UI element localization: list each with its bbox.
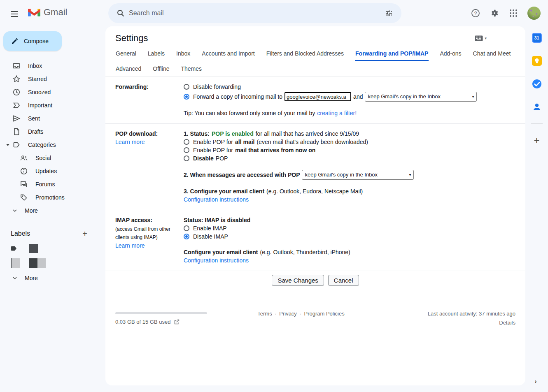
pop-download-label: POP download: (115, 130, 184, 138)
forward-copy-radio[interactable] (184, 94, 189, 100)
search-options-icon[interactable] (381, 5, 397, 21)
input-tools-toggle[interactable]: ▾ (475, 35, 515, 41)
sidebar-item-snoozed[interactable]: Snoozed (0, 86, 105, 99)
keep-icon[interactable] (529, 53, 544, 68)
separator: · (298, 311, 303, 317)
pop-learn-more-link[interactable]: Learn more (115, 139, 145, 145)
forwarding-tip-text: Tip: You can also forward only some of y… (184, 109, 315, 117)
google-apps-icon[interactable] (508, 8, 518, 18)
enable-pop-all-mail-radio[interactable] (184, 139, 189, 145)
inbox-icon (12, 62, 21, 70)
terms-link[interactable]: Terms (257, 311, 272, 317)
labels-more-label: More (25, 275, 38, 281)
sidebar-item-label: Drafts (28, 128, 43, 135)
sidebar-item-starred[interactable]: Starred (0, 72, 105, 86)
tab-forwarding-and-pop-imap[interactable]: Forwarding and POP/IMAP (355, 46, 429, 61)
sidebar-item-inbox[interactable]: Inbox (0, 59, 105, 72)
enable-pop-now-label: Enable POP for (193, 146, 233, 154)
disable-pop-radio[interactable] (184, 155, 189, 161)
imap-access-label: IMAP access: (115, 216, 184, 224)
sidebar-item-important[interactable]: Important (0, 99, 105, 112)
enable-pop-all-bold: all mail (235, 138, 254, 146)
labels-more[interactable]: More (0, 271, 105, 285)
storage-progress-bar (115, 312, 207, 314)
tab-labels[interactable]: Labels (147, 46, 165, 61)
select-caret-icon: ▾ (472, 93, 474, 101)
sidebar-item-sent[interactable]: Sent (0, 112, 105, 125)
imap-status: Status: IMAP is disabled (184, 216, 250, 224)
sidebar-item-more[interactable]: More (0, 204, 105, 217)
forum-icon (20, 180, 28, 188)
search-icon[interactable] (112, 5, 129, 21)
storage-usage-text[interactable]: 0.03 GB of 15 GB used (115, 319, 170, 325)
tab-accounts-and-import[interactable]: Accounts and Import (201, 46, 255, 61)
sidebar-item-forums[interactable]: Forums (0, 178, 105, 191)
pop-configure-bold: 3. Configure your email client (184, 187, 264, 195)
side-panel-collapse-icon[interactable]: › (531, 376, 541, 386)
rail-divider (531, 123, 543, 124)
program-policies-link[interactable]: Program Policies (304, 311, 344, 317)
labels-title: Labels (11, 230, 30, 237)
tab-offline[interactable]: Offline (152, 61, 170, 77)
sidebar-item-label: Forums (35, 181, 55, 188)
forwarding-email-input[interactable] (284, 92, 351, 101)
tab-add-ons[interactable]: Add-ons (439, 46, 462, 61)
get-add-ons-icon[interactable]: + (529, 133, 544, 148)
draft-icon (12, 128, 21, 136)
main-menu-icon[interactable] (9, 8, 19, 18)
sidebar-item-updates[interactable]: Updates (0, 165, 105, 178)
sidebar-item-label: Social (35, 155, 51, 161)
cancel-button[interactable]: Cancel (328, 275, 359, 286)
sidebar-item-social[interactable]: Social (0, 151, 105, 165)
sidebar-item-categories[interactable]: Categories (0, 138, 105, 151)
tab-themes[interactable]: Themes (181, 61, 203, 77)
settings-tabs-row2: Advanced Offline Themes (105, 61, 525, 77)
enable-imap-radio[interactable] (184, 225, 189, 231)
creating-a-filter-link[interactable]: creating a filter! (317, 109, 357, 117)
disable-forwarding-radio[interactable] (184, 84, 189, 90)
imap-learn-more-link[interactable]: Learn more (115, 242, 145, 249)
tab-advanced[interactable]: Advanced (115, 61, 142, 77)
account-avatar[interactable] (527, 7, 541, 20)
external-link-icon[interactable] (174, 319, 180, 325)
tab-inbox[interactable]: Inbox (176, 46, 191, 61)
details-link[interactable]: Details (384, 320, 515, 326)
search-input[interactable] (129, 9, 381, 17)
pop-when-select[interactable]: keep Gmail's copy in the Inbox ▾ (302, 170, 414, 180)
collapse-caret-icon (6, 143, 10, 147)
help-icon[interactable]: ? (471, 8, 480, 18)
calendar-icon[interactable]: 31 (529, 30, 544, 45)
tab-general[interactable]: General (115, 46, 137, 61)
disable-pop-suffix: POP (216, 154, 228, 162)
pop-status-prefix: 1. Status: (184, 130, 210, 138)
enable-pop-from-now-radio[interactable] (184, 147, 189, 153)
sidebar-item-drafts[interactable]: Drafts (0, 125, 105, 138)
send-icon (12, 114, 21, 123)
disable-imap-radio[interactable] (184, 234, 189, 239)
pop-configuration-instructions-link[interactable]: Configuration instructions (184, 195, 249, 204)
save-changes-button[interactable]: Save Changes (272, 275, 324, 286)
compose-button[interactable]: Compose (3, 31, 62, 51)
imap-configure-rest: (e.g. Outlook, Thunderbird, iPhone) (260, 248, 350, 256)
tasks-icon[interactable] (529, 77, 544, 91)
star-icon (12, 75, 21, 83)
create-label-icon[interactable]: + (80, 229, 90, 239)
search-bar (108, 3, 401, 23)
privacy-link[interactable]: Privacy (279, 311, 297, 317)
imap-access-section: IMAP access: (access Gmail from other cl… (105, 210, 525, 271)
label-item-redacted-1[interactable] (0, 241, 105, 256)
settings-gear-icon[interactable] (490, 8, 499, 18)
disable-forwarding-label: Disable forwarding (193, 83, 241, 91)
tab-chat-and-meet[interactable]: Chat and Meet (473, 46, 511, 61)
tab-filters-and-blocked-addresses[interactable]: Filters and Blocked Addresses (266, 46, 344, 61)
sidebar-item-label: Sent (28, 115, 40, 122)
imap-configuration-instructions-link[interactable]: Configuration instructions (184, 256, 249, 264)
separator: · (273, 311, 277, 317)
sidebar-item-promotions[interactable]: Promotions (0, 191, 105, 204)
important-icon (12, 101, 21, 109)
contacts-icon[interactable] (529, 100, 544, 114)
enable-pop-now-bold: mail that arrives from now on (235, 146, 315, 154)
forwarding-action-select[interactable]: keep Gmail's copy in the Inbox ▾ (365, 92, 477, 102)
forwarding-action-value: keep Gmail's copy in the Inbox (368, 93, 441, 101)
label-item-redacted-2[interactable] (0, 256, 105, 271)
